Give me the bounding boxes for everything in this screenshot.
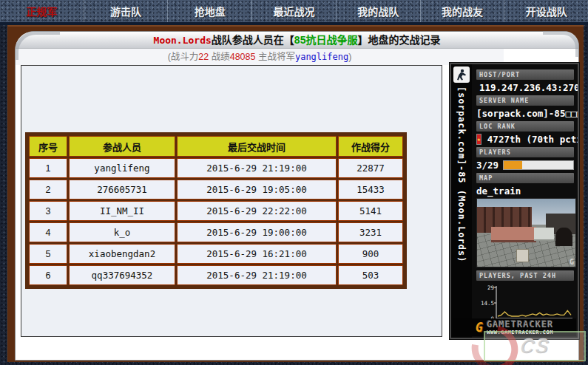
svg-text:14.5: 14.5 bbox=[481, 300, 494, 307]
page-title: Moon.Lords战队参战人员在【85抗日战争服】地盘的交战记录 bbox=[16, 32, 578, 49]
loc-rank-value: ★ 4727th (70th pctile) bbox=[476, 134, 574, 145]
server-name-value: [sorpack.com]-85□□□□ bbox=[476, 108, 574, 119]
score-cell: 15433 bbox=[338, 180, 403, 199]
table-row: 1yanglifeng2015-6-29 21:19:0022877 bbox=[29, 158, 403, 178]
map-crate bbox=[516, 249, 529, 262]
banner-main: HOST/PORT 119.247.236.43:27018 SERVER NA… bbox=[473, 64, 578, 318]
player-cell[interactable]: yanglifeng bbox=[69, 158, 175, 178]
server-name-label: SERVER NAME bbox=[476, 95, 574, 106]
gametracker-brand: GAMETRACKER bbox=[487, 320, 553, 329]
score-cell: 5141 bbox=[338, 201, 403, 221]
table-row: 6qq3376943522015-6-29 21:19:00503 bbox=[29, 265, 403, 285]
stats-label-general: 主战将军 bbox=[255, 52, 294, 62]
host-port-label: HOST/PORT bbox=[476, 69, 574, 80]
map-label: MAP bbox=[476, 173, 574, 183]
player-cell[interactable]: 276605731 bbox=[69, 180, 175, 199]
team-name: Moon.Lords bbox=[154, 35, 212, 46]
team-stats-line: (战斗力22 战绩48085 主战将军yanglifeng) bbox=[16, 49, 504, 65]
top-nav: 正规军游击队抢地盘最近战况我的战队我的战友开设战队 bbox=[0, 0, 588, 23]
nav-item[interactable]: 正规军 bbox=[0, 0, 84, 22]
stats-paren-close: ) bbox=[348, 52, 351, 62]
general-name: yanglifeng bbox=[295, 52, 348, 62]
stats-label-score: 战绩 bbox=[209, 52, 229, 62]
nav-item[interactable]: 游击队 bbox=[84, 0, 168, 22]
server-name-highlight: 85抗日战争服 bbox=[294, 34, 358, 46]
index-cell: 3 bbox=[29, 201, 67, 221]
player-cell[interactable]: II_NM_II bbox=[69, 201, 175, 221]
table-row: 3II_NM_II2015-6-29 22:22:005141 bbox=[29, 201, 403, 221]
nav-item[interactable]: 我的战队 bbox=[336, 0, 420, 22]
time-cell: 2015-6-29 22:22:00 bbox=[177, 201, 337, 221]
time-cell: 2015-6-29 16:21:00 bbox=[177, 244, 337, 264]
table-row: 22766057312015-6-29 19:05:0015433 bbox=[29, 180, 403, 199]
title-tail: 】地盘的交战记录 bbox=[357, 34, 440, 46]
nav-item[interactable]: 我的战友 bbox=[420, 0, 504, 22]
score-cell: 22877 bbox=[338, 158, 403, 178]
svg-text:29: 29 bbox=[487, 284, 494, 291]
map-boxcar bbox=[491, 227, 536, 242]
records-box: 序号参战人员最后交战时间作战得分 1yanglifeng2015-6-29 21… bbox=[21, 65, 442, 337]
player-cell[interactable]: k_o bbox=[69, 222, 175, 242]
column-header: 参战人员 bbox=[69, 136, 175, 157]
map-screenshot: G bbox=[476, 198, 576, 267]
title-mid: 战队参战人员在【 bbox=[212, 34, 294, 46]
time-cell: 2015-6-29 21:19:00 bbox=[177, 158, 337, 178]
nav-item[interactable]: 抢地盘 bbox=[167, 0, 251, 22]
gametracker-banner[interactable]: [sorpack.com]-85 (Moon.Lords) HOST/PORT … bbox=[450, 63, 579, 339]
players-progress-bar bbox=[503, 160, 574, 170]
time-cell: 2015-6-29 19:00:00 bbox=[177, 222, 337, 242]
country-flag-icon: ★ bbox=[476, 134, 481, 145]
players-history-graph: 29 14.5 0 bbox=[476, 283, 574, 318]
table-row: 4k_o2015-6-29 19:00:003231 bbox=[29, 222, 403, 242]
time-cell: 2015-6-29 19:05:00 bbox=[177, 180, 337, 199]
index-cell: 6 bbox=[29, 265, 67, 285]
score-value: 48085 bbox=[230, 52, 256, 62]
player-cell[interactable]: xiaobengdan2 bbox=[69, 244, 175, 264]
column-header: 最后交战时间 bbox=[177, 136, 337, 157]
column-header: 作战得分 bbox=[338, 136, 403, 157]
stats-label-power: (战斗力 bbox=[168, 52, 199, 62]
gametracker-footer: G GAMETRACKER WWW.GAMETRACKER.COM bbox=[453, 318, 576, 336]
gametracker-url: WWW.GAMETRACKER.COM bbox=[487, 330, 553, 335]
map-tunnel bbox=[555, 228, 572, 247]
index-cell: 1 bbox=[29, 158, 67, 178]
players-value: 3/29 bbox=[476, 160, 574, 171]
gametracker-logo-icon: G bbox=[476, 321, 483, 334]
table-header-row: 序号参战人员最后交战时间作战得分 bbox=[29, 136, 403, 157]
banner-side-strip: [sorpack.com]-85 (Moon.Lords) bbox=[451, 64, 472, 338]
index-cell: 2 bbox=[29, 180, 67, 199]
map-whitecar bbox=[534, 228, 554, 242]
index-cell: 4 bbox=[29, 222, 67, 242]
host-port-value: 119.247.236.43:27018 bbox=[476, 82, 574, 93]
column-header: 序号 bbox=[29, 136, 67, 157]
score-cell: 503 bbox=[338, 265, 403, 285]
index-cell: 5 bbox=[29, 244, 67, 264]
loc-rank-label: LOC RANK bbox=[476, 121, 574, 132]
banner-vertical-title: [sorpack.com]-85 (Moon.Lords) bbox=[456, 86, 467, 330]
players-label: PLAYERS bbox=[476, 147, 574, 157]
time-cell: 2015-6-29 21:19:00 bbox=[177, 265, 337, 285]
player-cell[interactable]: qq337694352 bbox=[69, 265, 175, 285]
score-cell: 3231 bbox=[338, 222, 403, 242]
score-cell: 900 bbox=[338, 244, 403, 264]
map-name: de_train bbox=[476, 185, 574, 197]
power-value: 22 bbox=[198, 52, 209, 62]
nav-item[interactable]: 开设战队 bbox=[504, 0, 588, 22]
nav-item[interactable]: 最近战况 bbox=[251, 0, 336, 22]
battle-records-table: 序号参战人员最后交战时间作战得分 1yanglifeng2015-6-29 21… bbox=[25, 132, 407, 289]
map-gametracker-mark: G bbox=[570, 258, 574, 266]
table-row: 5xiaobengdan22015-6-29 16:21:00900 bbox=[29, 244, 403, 264]
players-past-24h-label: PLAYERS, PAST 24H bbox=[476, 270, 574, 281]
counter-strike-icon bbox=[453, 66, 470, 83]
